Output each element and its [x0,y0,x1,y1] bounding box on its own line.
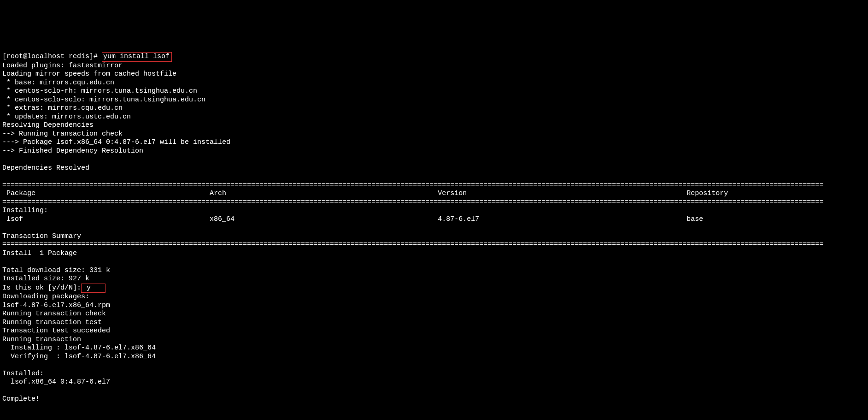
installing-label: Installing: [2,207,48,214]
package-row: lsof x86_64 4.87-6.el7 base [2,215,703,223]
highlighted-confirm-input[interactable]: y [81,284,106,293]
yum-output-pre-table: Loaded plugins: fastestmirror Loading mi… [2,62,230,172]
table-rule-mid: ========================================… [2,198,823,206]
shell-prompt: [root@localhost redis]# [2,53,102,60]
highlighted-command: yum install lsof [102,52,172,62]
terminal-window[interactable]: [root@localhost redis]# yum install lsof… [0,43,868,405]
table-rule-bottom: ========================================… [2,241,823,248]
yum-output-post-confirm: Downloading packages: lsof-4.87-6.el7.x8… [2,293,156,403]
confirm-prompt: Is this ok [y/d/N]: [2,284,81,292]
transaction-summary-label: Transaction Summary [2,232,81,240]
summary-text: Install 1 Package Total download size: 3… [2,249,110,283]
table-header: Package Arch Version Repository [2,189,728,197]
table-rule-top: ========================================… [2,181,823,189]
